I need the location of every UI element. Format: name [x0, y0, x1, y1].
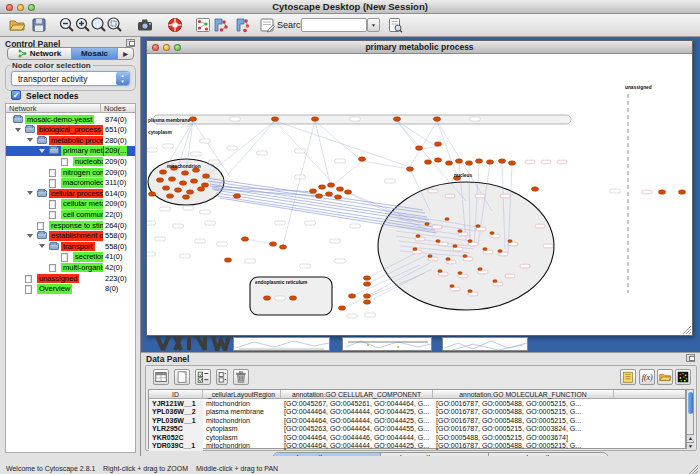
graph-node[interactable] [358, 157, 365, 162]
net-minimize-button[interactable] [163, 44, 170, 51]
graph-node[interactable] [433, 117, 440, 122]
graph-node[interactable] [508, 240, 513, 243]
graph-node[interactable] [189, 117, 196, 122]
network-view-window[interactable]: primary metabolic process plasma membran… [146, 40, 693, 336]
graph-node[interactable] [325, 192, 332, 197]
graph-node[interactable] [438, 270, 443, 273]
help-icon[interactable] [166, 16, 184, 34]
graph-node[interactable] [363, 276, 370, 281]
tree-row[interactable]: Overview8(0) [6, 284, 135, 295]
graph-node[interactable] [162, 186, 169, 191]
network-window-titlebar[interactable]: primary metabolic process [147, 41, 692, 54]
graph-node[interactable] [434, 142, 441, 147]
graph-node[interactable] [197, 187, 204, 192]
attribute-table[interactable]: ID_cellularLayoutRegionannotation.GO CEL… [148, 389, 686, 449]
graph-node[interactable] [263, 296, 270, 301]
graph-node[interactable] [344, 190, 351, 195]
tree-row[interactable]: primary metabo209(... [6, 146, 135, 157]
graph-node[interactable] [271, 117, 278, 122]
graph-node[interactable] [453, 245, 458, 248]
show-columns-icon[interactable] [153, 369, 169, 385]
graph-node[interactable] [159, 170, 166, 175]
graph-node[interactable] [475, 159, 482, 164]
column-header[interactable]: ID [149, 390, 203, 399]
graph-node[interactable] [508, 161, 515, 166]
save-icon[interactable] [30, 16, 48, 34]
expand-arrow-icon[interactable] [27, 191, 33, 195]
select-nodes-checkbox[interactable]: ✓ [11, 90, 21, 100]
window-controls[interactable] [6, 4, 35, 11]
graph-node[interactable] [531, 187, 538, 192]
tab-overflow-button[interactable]: ▶ [118, 48, 133, 59]
tree-row[interactable]: nucleobase-209(0) [6, 156, 135, 167]
search-dropdown-button[interactable]: ▼ [367, 18, 380, 32]
tree-row[interactable]: transport558(0) [6, 241, 135, 252]
export-image-icon[interactable] [136, 16, 154, 34]
table-row[interactable]: YKR052Ccytoplasm[GO:0044464, GO:0044446,… [149, 434, 685, 443]
import-attributes-icon[interactable] [657, 369, 673, 385]
graph-node[interactable] [182, 195, 189, 200]
tree-row[interactable]: unassigned223(0) [6, 273, 135, 284]
net-zoom-button[interactable] [174, 44, 181, 51]
graph-node[interactable] [190, 179, 197, 184]
graph-node[interactable] [393, 117, 400, 122]
graph-node[interactable] [289, 296, 296, 301]
graph-node[interactable] [450, 285, 455, 288]
graph-node[interactable] [327, 183, 334, 188]
net-close-button[interactable] [152, 44, 159, 51]
graph-node[interactable] [241, 237, 248, 242]
tree-row[interactable]: cell communicat22(0) [6, 209, 135, 220]
expand-arrow-icon[interactable] [39, 149, 45, 153]
scroll-down-button[interactable]: ▼ [687, 442, 694, 449]
graph-node[interactable] [179, 181, 186, 186]
graph-node[interactable] [413, 248, 418, 251]
graph-node[interactable] [476, 225, 481, 228]
graph-node[interactable] [224, 258, 231, 263]
delete-attribute-icon[interactable] [233, 369, 249, 385]
attribute-matrix-icon[interactable] [675, 369, 691, 385]
graph-node[interactable] [428, 255, 433, 258]
close-button[interactable] [6, 4, 13, 11]
graph-node[interactable] [486, 160, 493, 165]
graph-node[interactable] [678, 190, 685, 195]
graph-node[interactable] [406, 167, 413, 172]
table-row[interactable]: YDR039C__1mitochondrion[GO:0044464, GO:0… [149, 442, 685, 451]
data-panel-float-icon[interactable] [686, 354, 695, 362]
graph-node[interactable] [425, 223, 430, 226]
expand-arrow-icon[interactable] [39, 244, 45, 248]
graph-node[interactable] [338, 306, 345, 311]
tab-mosaic[interactable]: Mosaic [72, 48, 118, 59]
tree-row[interactable]: cellular metabol209(0) [6, 199, 135, 210]
tree-row[interactable]: nitrogen compo209(0) [6, 167, 135, 178]
graph-node[interactable] [463, 255, 468, 258]
expand-arrow-icon[interactable] [27, 138, 33, 142]
graph-node[interactable] [348, 294, 355, 299]
graph-node[interactable] [458, 272, 463, 275]
graph-node[interactable] [483, 248, 488, 251]
window-resize-grip[interactable] [682, 325, 691, 334]
graph-node[interactable] [445, 161, 452, 166]
graph-node[interactable] [148, 192, 155, 197]
apply-layout-alt-icon[interactable] [234, 16, 252, 34]
graph-node[interactable] [233, 194, 240, 199]
network-overview-icon[interactable] [194, 16, 212, 34]
open-file-icon[interactable] [8, 16, 26, 34]
graph-node[interactable] [334, 195, 341, 200]
tree-row[interactable]: secretion41(0) [6, 252, 135, 263]
minimize-button[interactable] [17, 4, 24, 11]
graph-node[interactable] [269, 242, 276, 247]
select-all-attributes-icon[interactable] [195, 369, 211, 385]
app-resize-grip[interactable] [688, 464, 698, 474]
tree-row[interactable]: metabolic process280(0) [6, 135, 135, 146]
graph-node[interactable] [446, 258, 451, 261]
scrollbar-thumb[interactable] [688, 392, 693, 414]
graph-node[interactable] [311, 117, 318, 122]
background-window[interactable] [233, 337, 330, 351]
graph-node[interactable] [498, 159, 505, 164]
background-window[interactable] [442, 337, 528, 351]
graph-node[interactable] [336, 187, 343, 192]
column-header[interactable]: _cellularLayoutRegion [203, 390, 281, 399]
graph-node[interactable] [498, 250, 503, 253]
graph-node[interactable] [445, 218, 450, 221]
graph-node[interactable] [166, 194, 173, 199]
